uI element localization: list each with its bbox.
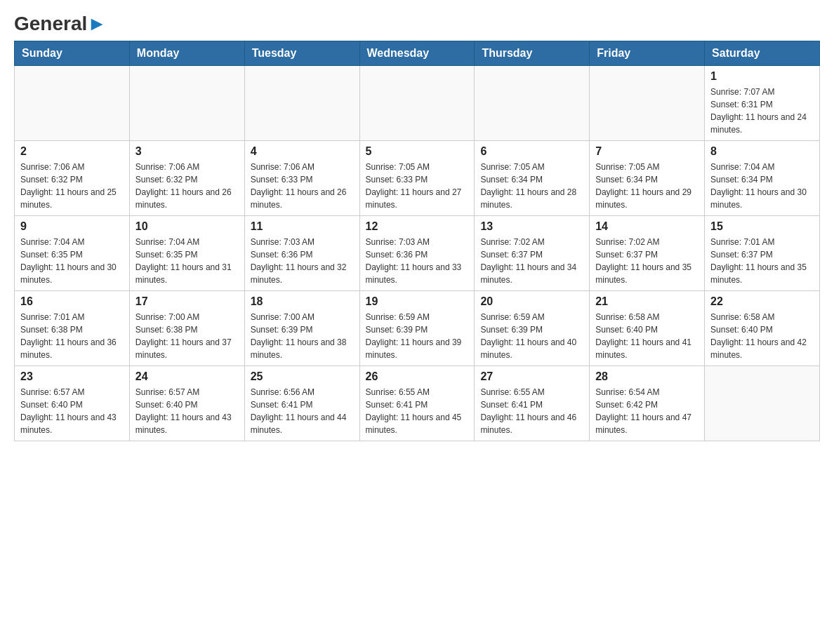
day-number: 22	[710, 295, 814, 308]
calendar-cell: 1Sunrise: 7:07 AMSunset: 6:31 PMDaylight…	[705, 66, 820, 141]
calendar-cell: 12Sunrise: 7:03 AMSunset: 6:36 PMDayligh…	[359, 216, 475, 291]
day-number: 15	[710, 220, 814, 233]
calendar-header: SundayMondayTuesdayWednesdayThursdayFrid…	[15, 41, 820, 66]
calendar-cell: 13Sunrise: 7:02 AMSunset: 6:37 PMDayligh…	[475, 216, 590, 291]
calendar-cell: 3Sunrise: 7:06 AMSunset: 6:32 PMDaylight…	[129, 141, 244, 216]
day-info: Sunrise: 6:56 AMSunset: 6:41 PMDaylight:…	[251, 386, 354, 436]
day-number: 5	[366, 145, 469, 158]
day-number: 26	[366, 370, 469, 383]
calendar-cell	[705, 366, 820, 441]
day-info: Sunrise: 7:07 AMSunset: 6:31 PMDaylight:…	[710, 86, 814, 136]
day-number: 24	[135, 370, 239, 383]
calendar-body: 1Sunrise: 7:07 AMSunset: 6:31 PMDaylight…	[15, 66, 820, 441]
day-info: Sunrise: 7:00 AMSunset: 6:39 PMDaylight:…	[251, 311, 354, 361]
calendar-cell: 4Sunrise: 7:06 AMSunset: 6:33 PMDaylight…	[244, 141, 359, 216]
week-row-5: 23Sunrise: 6:57 AMSunset: 6:40 PMDayligh…	[15, 366, 820, 441]
day-number: 2	[20, 145, 124, 158]
calendar-cell: 9Sunrise: 7:04 AMSunset: 6:35 PMDaylight…	[15, 216, 130, 291]
calendar-cell: 10Sunrise: 7:04 AMSunset: 6:35 PMDayligh…	[129, 216, 244, 291]
day-info: Sunrise: 7:06 AMSunset: 6:32 PMDaylight:…	[135, 161, 239, 211]
week-row-1: 1Sunrise: 7:07 AMSunset: 6:31 PMDaylight…	[15, 66, 820, 141]
day-number: 17	[135, 295, 239, 308]
day-number: 20	[480, 295, 583, 308]
day-info: Sunrise: 6:58 AMSunset: 6:40 PMDaylight:…	[595, 311, 699, 361]
day-number: 28	[595, 370, 699, 383]
week-row-3: 9Sunrise: 7:04 AMSunset: 6:35 PMDaylight…	[15, 216, 820, 291]
calendar-cell: 5Sunrise: 7:05 AMSunset: 6:33 PMDaylight…	[359, 141, 475, 216]
calendar-cell: 20Sunrise: 6:59 AMSunset: 6:39 PMDayligh…	[475, 291, 590, 366]
day-number: 16	[20, 295, 124, 308]
calendar-cell: 6Sunrise: 7:05 AMSunset: 6:34 PMDaylight…	[475, 141, 590, 216]
day-info: Sunrise: 6:58 AMSunset: 6:40 PMDaylight:…	[710, 311, 814, 361]
day-info: Sunrise: 7:04 AMSunset: 6:35 PMDaylight:…	[20, 236, 124, 286]
day-info: Sunrise: 7:04 AMSunset: 6:35 PMDaylight:…	[135, 236, 239, 286]
calendar-cell: 19Sunrise: 6:59 AMSunset: 6:39 PMDayligh…	[359, 291, 475, 366]
day-number: 6	[480, 145, 583, 158]
day-info: Sunrise: 6:55 AMSunset: 6:41 PMDaylight:…	[366, 386, 469, 436]
weekday-header-wednesday: Wednesday	[359, 41, 475, 66]
calendar-cell: 28Sunrise: 6:54 AMSunset: 6:42 PMDayligh…	[590, 366, 705, 441]
day-info: Sunrise: 7:03 AMSunset: 6:36 PMDaylight:…	[366, 236, 469, 286]
day-number: 25	[251, 370, 354, 383]
calendar-cell	[244, 66, 359, 141]
calendar-table: SundayMondayTuesdayWednesdayThursdayFrid…	[14, 41, 820, 441]
day-number: 4	[251, 145, 354, 158]
calendar-cell: 11Sunrise: 7:03 AMSunset: 6:36 PMDayligh…	[244, 216, 359, 291]
calendar-cell	[15, 66, 130, 141]
day-info: Sunrise: 7:02 AMSunset: 6:37 PMDaylight:…	[480, 236, 583, 286]
day-info: Sunrise: 6:59 AMSunset: 6:39 PMDaylight:…	[480, 311, 583, 361]
day-info: Sunrise: 6:54 AMSunset: 6:42 PMDaylight:…	[595, 386, 699, 436]
calendar-cell: 22Sunrise: 6:58 AMSunset: 6:40 PMDayligh…	[705, 291, 820, 366]
day-number: 13	[480, 220, 583, 233]
day-info: Sunrise: 6:57 AMSunset: 6:40 PMDaylight:…	[20, 386, 124, 436]
calendar-cell	[590, 66, 705, 141]
logo: General►	[14, 14, 107, 34]
day-info: Sunrise: 7:01 AMSunset: 6:37 PMDaylight:…	[710, 236, 814, 286]
week-row-2: 2Sunrise: 7:06 AMSunset: 6:32 PMDaylight…	[15, 141, 820, 216]
day-info: Sunrise: 7:00 AMSunset: 6:38 PMDaylight:…	[135, 311, 239, 361]
weekday-header-monday: Monday	[129, 41, 244, 66]
day-number: 19	[366, 295, 469, 308]
weekday-header-thursday: Thursday	[475, 41, 590, 66]
day-info: Sunrise: 7:04 AMSunset: 6:34 PMDaylight:…	[710, 161, 814, 211]
calendar-cell: 14Sunrise: 7:02 AMSunset: 6:37 PMDayligh…	[590, 216, 705, 291]
calendar-cell: 16Sunrise: 7:01 AMSunset: 6:38 PMDayligh…	[15, 291, 130, 366]
day-number: 14	[595, 220, 699, 233]
day-info: Sunrise: 7:03 AMSunset: 6:36 PMDaylight:…	[251, 236, 354, 286]
day-number: 21	[595, 295, 699, 308]
day-number: 11	[251, 220, 354, 233]
day-number: 18	[251, 295, 354, 308]
calendar-cell: 25Sunrise: 6:56 AMSunset: 6:41 PMDayligh…	[244, 366, 359, 441]
calendar-cell: 18Sunrise: 7:00 AMSunset: 6:39 PMDayligh…	[244, 291, 359, 366]
day-info: Sunrise: 7:05 AMSunset: 6:34 PMDaylight:…	[595, 161, 699, 211]
day-number: 23	[20, 370, 124, 383]
day-info: Sunrise: 7:01 AMSunset: 6:38 PMDaylight:…	[20, 311, 124, 361]
weekday-header-sunday: Sunday	[15, 41, 130, 66]
day-number: 7	[595, 145, 699, 158]
calendar-cell: 24Sunrise: 6:57 AMSunset: 6:40 PMDayligh…	[129, 366, 244, 441]
calendar-cell: 23Sunrise: 6:57 AMSunset: 6:40 PMDayligh…	[15, 366, 130, 441]
calendar-cell: 15Sunrise: 7:01 AMSunset: 6:37 PMDayligh…	[705, 216, 820, 291]
day-info: Sunrise: 6:59 AMSunset: 6:39 PMDaylight:…	[366, 311, 469, 361]
calendar-cell: 21Sunrise: 6:58 AMSunset: 6:40 PMDayligh…	[590, 291, 705, 366]
day-number: 10	[135, 220, 239, 233]
calendar-cell: 2Sunrise: 7:06 AMSunset: 6:32 PMDaylight…	[15, 141, 130, 216]
day-number: 27	[480, 370, 583, 383]
calendar-cell: 26Sunrise: 6:55 AMSunset: 6:41 PMDayligh…	[359, 366, 475, 441]
calendar-cell: 7Sunrise: 7:05 AMSunset: 6:34 PMDaylight…	[590, 141, 705, 216]
calendar-cell: 8Sunrise: 7:04 AMSunset: 6:34 PMDaylight…	[705, 141, 820, 216]
weekday-header-saturday: Saturday	[705, 41, 820, 66]
calendar-cell: 27Sunrise: 6:55 AMSunset: 6:41 PMDayligh…	[475, 366, 590, 441]
day-info: Sunrise: 6:57 AMSunset: 6:40 PMDaylight:…	[135, 386, 239, 436]
logo-general-text: General►	[14, 14, 107, 34]
day-number: 9	[20, 220, 124, 233]
day-info: Sunrise: 7:05 AMSunset: 6:33 PMDaylight:…	[366, 161, 469, 211]
day-number: 3	[135, 145, 239, 158]
day-number: 8	[710, 145, 814, 158]
calendar-cell	[475, 66, 590, 141]
calendar-cell	[359, 66, 475, 141]
day-info: Sunrise: 7:05 AMSunset: 6:34 PMDaylight:…	[480, 161, 583, 211]
day-info: Sunrise: 7:06 AMSunset: 6:33 PMDaylight:…	[251, 161, 354, 211]
day-info: Sunrise: 6:55 AMSunset: 6:41 PMDaylight:…	[480, 386, 583, 436]
day-info: Sunrise: 7:06 AMSunset: 6:32 PMDaylight:…	[20, 161, 124, 211]
